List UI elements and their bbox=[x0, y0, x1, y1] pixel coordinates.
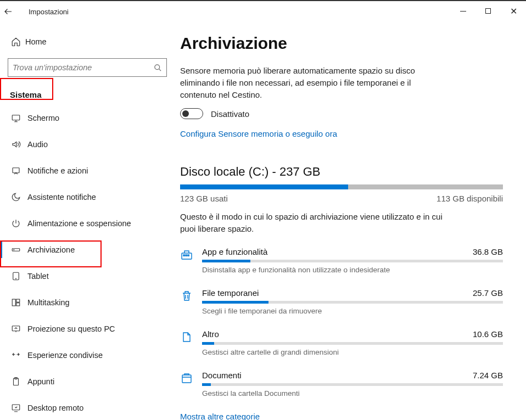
category-bar bbox=[202, 301, 503, 304]
home-icon bbox=[11, 37, 25, 47]
close-button[interactable]: ✕ bbox=[501, 1, 526, 21]
sidebar-item-notify[interactable]: Notifiche e azioni bbox=[0, 158, 175, 184]
sidebar-item-label: Notifiche e azioni bbox=[27, 166, 88, 175]
minimize-button[interactable] bbox=[450, 1, 475, 21]
category-size: 10.6 GB bbox=[473, 329, 503, 339]
svg-rect-15 bbox=[183, 255, 184, 256]
svg-rect-10 bbox=[12, 326, 20, 331]
notify-icon bbox=[11, 166, 25, 176]
svg-rect-16 bbox=[186, 255, 187, 256]
sidebar-item-display[interactable]: Schermo bbox=[0, 105, 175, 131]
tablet-icon bbox=[11, 271, 25, 281]
docs-icon bbox=[180, 371, 194, 397]
category-size: 7.24 GB bbox=[473, 371, 503, 380]
storage-category-apps[interactable]: App e funzionalità 36.8 GB Disinstalla a… bbox=[180, 247, 503, 274]
show-more-categories-link[interactable]: Mostra altre categorie bbox=[180, 412, 503, 420]
home-nav[interactable]: Home bbox=[0, 30, 175, 54]
search-icon bbox=[154, 64, 162, 72]
svg-rect-9 bbox=[16, 303, 20, 306]
sidebar-item-label: Assistente notifiche bbox=[27, 193, 96, 201]
disk-used-label: 123 GB usati bbox=[180, 194, 228, 203]
highlight-box-sistema bbox=[0, 78, 53, 100]
home-label: Home bbox=[25, 37, 47, 46]
search-box[interactable] bbox=[8, 58, 167, 77]
sidebar-item-label: Multitasking bbox=[27, 298, 70, 307]
highlight-box-archiviazione bbox=[0, 240, 102, 267]
clip-icon bbox=[11, 377, 25, 387]
svg-rect-7 bbox=[12, 299, 15, 306]
trash-icon bbox=[180, 288, 194, 315]
other-icon bbox=[180, 329, 194, 356]
svg-rect-2 bbox=[13, 168, 19, 173]
svg-point-6 bbox=[16, 278, 16, 279]
category-hint: Scegli i file temporanei da rimuovere bbox=[202, 307, 503, 315]
share-icon bbox=[11, 350, 25, 360]
sidebar-item-project[interactable]: Proiezione su questo PC bbox=[0, 316, 175, 342]
sidebar-item-multi[interactable]: Multitasking bbox=[0, 289, 175, 316]
page-title: Archiviazione bbox=[180, 34, 503, 53]
sidebar-item-label: Appunti bbox=[27, 377, 54, 386]
window-title: Impostazioni bbox=[29, 8, 69, 16]
project-icon bbox=[11, 324, 25, 334]
storage-category-other[interactable]: Altro 10.6 GB Gestisci altre cartelle di… bbox=[180, 329, 503, 356]
category-hint: Gestisci la cartella Documenti bbox=[202, 389, 503, 397]
multi-icon bbox=[11, 298, 25, 307]
maximize-button[interactable] bbox=[475, 1, 501, 21]
sidebar-item-label: Esperienze condivise bbox=[27, 351, 103, 360]
audio-icon bbox=[11, 139, 25, 149]
disk-title: Disco locale (C:) - 237 GB bbox=[180, 165, 503, 179]
back-button[interactable] bbox=[3, 7, 24, 16]
titlebar: Impostazioni bbox=[0, 0, 526, 22]
disk-usage-bar bbox=[180, 184, 503, 189]
storage-sense-toggle[interactable] bbox=[180, 108, 203, 119]
sidebar: Home Sistema Schermo Audio Notifiche e a… bbox=[0, 22, 175, 420]
category-hint: Gestisci altre cartelle di grandi dimens… bbox=[202, 348, 503, 356]
category-name: File temporanei bbox=[202, 288, 259, 298]
sidebar-item-label: Alimentazione e sospensione bbox=[27, 219, 131, 228]
configure-storage-sense-link[interactable]: Configura Sensore memoria o eseguilo ora bbox=[180, 129, 503, 138]
main-content: Archiviazione Sensore memoria può libera… bbox=[175, 22, 526, 420]
window-controls: ✕ bbox=[450, 1, 526, 21]
sidebar-item-audio[interactable]: Audio bbox=[0, 131, 175, 158]
disk-desc: Questo è il modo in cui lo spazio di arc… bbox=[180, 211, 444, 235]
svg-rect-8 bbox=[16, 299, 20, 302]
remote-icon bbox=[11, 403, 25, 413]
sidebar-item-power[interactable]: Alimentazione e sospensione bbox=[0, 210, 175, 237]
storage-category-docs[interactable]: Documenti 7.24 GB Gestisci la cartella D… bbox=[180, 371, 503, 397]
power-icon bbox=[11, 219, 25, 228]
svg-rect-13 bbox=[12, 405, 20, 410]
category-size: 36.8 GB bbox=[473, 247, 503, 256]
svg-rect-17 bbox=[188, 255, 189, 256]
disk-free-label: 113 GB disponibili bbox=[437, 194, 503, 203]
focus-icon bbox=[11, 192, 25, 202]
apps-icon bbox=[180, 247, 194, 274]
category-bar bbox=[202, 260, 503, 262]
sidebar-item-clip[interactable]: Appunti bbox=[0, 368, 175, 395]
storage-sense-desc: Sensore memoria può liberare automaticam… bbox=[180, 65, 444, 100]
category-name: App e funzionalità bbox=[202, 247, 267, 256]
sidebar-item-remote[interactable]: Desktop remoto bbox=[0, 395, 175, 420]
sidebar-item-label: Tablet bbox=[27, 272, 49, 281]
toggle-state-label: Disattivato bbox=[211, 109, 249, 119]
svg-point-0 bbox=[155, 64, 160, 69]
sidebar-item-label: Audio bbox=[27, 140, 48, 149]
search-input[interactable] bbox=[13, 63, 154, 72]
category-bar bbox=[202, 383, 503, 386]
svg-rect-18 bbox=[182, 375, 191, 383]
sidebar-item-share[interactable]: Esperienze condivise bbox=[0, 342, 175, 368]
category-name: Altro bbox=[202, 329, 219, 339]
category-size: 25.7 GB bbox=[473, 288, 503, 298]
sidebar-item-label: Desktop remoto bbox=[27, 404, 83, 412]
storage-category-trash[interactable]: File temporanei 25.7 GB Scegli i file te… bbox=[180, 288, 503, 315]
sidebar-item-label: Proiezione su questo PC bbox=[27, 324, 115, 333]
sidebar-item-focus[interactable]: Assistente notifiche bbox=[0, 184, 175, 210]
sidebar-item-label: Schermo bbox=[27, 114, 59, 122]
display-icon bbox=[11, 113, 25, 123]
svg-rect-1 bbox=[12, 115, 20, 120]
category-hint: Disinstalla app e funzionalità non utili… bbox=[202, 266, 503, 274]
category-bar bbox=[202, 342, 503, 345]
category-name: Documenti bbox=[202, 371, 242, 380]
